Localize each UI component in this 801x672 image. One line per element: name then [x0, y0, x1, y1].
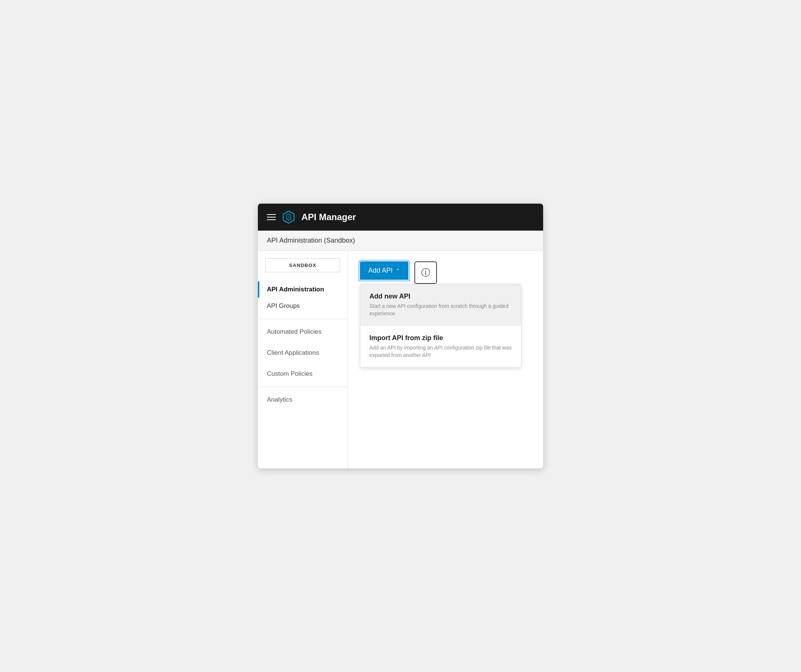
info-button[interactable]: ⓘ: [414, 261, 437, 284]
add-api-button[interactable]: Add API ⌃: [360, 261, 409, 280]
sidebar-item-automated-policies[interactable]: Automated Policies: [258, 324, 347, 340]
sidebar-item-api-groups[interactable]: API Groups: [258, 298, 347, 314]
sidebar: SANDBOX API Administration API Groups Au…: [258, 251, 348, 468]
app-container: API Manager API Administration (Sandbox)…: [258, 204, 543, 468]
add-api-dropdown: Add new API Start a new API configuratio…: [360, 284, 521, 367]
dropdown-item-import-api-zip[interactable]: Import API from zip file Add an API by i…: [360, 326, 521, 367]
dropdown-item-add-new-api[interactable]: Add new API Start a new API configuratio…: [360, 284, 521, 326]
sidebar-item-client-applications[interactable]: Client Applications: [258, 345, 347, 361]
content-area: Add API ⌃ ⓘ Add new API Start a new API …: [348, 251, 543, 468]
app-logo: [282, 210, 295, 224]
toolbar-row: Add API ⌃ ⓘ: [360, 261, 531, 284]
dropdown-item-add-new-api-title: Add new API: [369, 292, 512, 300]
subheader: API Administration (Sandbox): [258, 231, 543, 251]
hamburger-menu-icon[interactable]: [267, 214, 276, 220]
header: API Manager: [258, 204, 543, 231]
dropdown-item-import-api-zip-title: Import API from zip file: [369, 334, 512, 342]
info-icon: ⓘ: [421, 266, 430, 279]
sidebar-item-api-administration[interactable]: API Administration: [258, 281, 347, 298]
main-layout: SANDBOX API Administration API Groups Au…: [258, 251, 543, 468]
chevron-up-icon: ⌃: [396, 268, 400, 274]
sidebar-item-analytics[interactable]: Analytics: [258, 391, 347, 408]
sandbox-button[interactable]: SANDBOX: [265, 258, 340, 272]
sidebar-divider-1: [258, 319, 347, 319]
sidebar-nav: API Administration API Groups Automated …: [258, 281, 347, 408]
sidebar-divider-2: [258, 387, 347, 387]
dropdown-item-import-api-zip-desc: Add an API by importing an API configura…: [369, 344, 512, 359]
subheader-title: API Administration (Sandbox): [267, 237, 355, 244]
sidebar-item-custom-policies[interactable]: Custom Policies: [258, 366, 347, 382]
header-title: API Manager: [301, 212, 356, 222]
dropdown-item-add-new-api-desc: Start a new API configuration from scrat…: [369, 303, 512, 317]
